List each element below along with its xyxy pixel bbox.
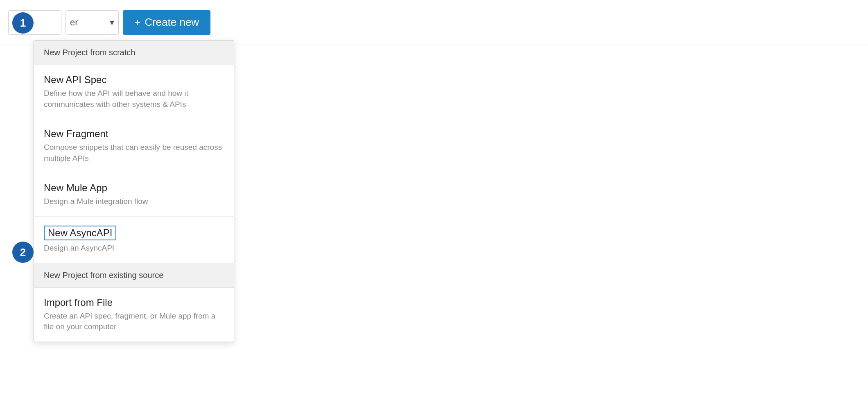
section1-header: New Project from scratch <box>34 41 234 65</box>
menu-item-import-from-file[interactable]: Import from File Create an API spec, fra… <box>34 288 234 342</box>
annotation-1: 1 <box>12 12 34 34</box>
menu-item-new-asyncapi-title: New AsyncAPI <box>44 226 116 240</box>
create-new-button[interactable]: + Create new <box>123 10 210 35</box>
create-new-dropdown: New Project from scratch New API Spec De… <box>34 40 234 342</box>
menu-item-new-mule-app-title: New Mule App <box>44 182 224 194</box>
annotation-2: 2 <box>12 242 34 263</box>
menu-item-new-asyncapi-desc: Design an AsyncAPI <box>44 243 224 254</box>
top-bar: er ▾ + Create new <box>0 0 868 45</box>
create-new-label: Create new <box>145 16 199 29</box>
menu-item-new-mule-app[interactable]: New Mule App Design a Mule integration f… <box>34 173 234 217</box>
menu-item-new-fragment-desc: Compose snippets that can easily be reus… <box>44 142 224 164</box>
section2-header: New Project from existing source <box>34 263 234 288</box>
menu-item-new-api-spec-title: New API Spec <box>44 74 224 86</box>
chevron-down-icon: ▾ <box>110 17 114 28</box>
plus-icon: + <box>134 16 140 29</box>
menu-item-new-mule-app-desc: Design a Mule integration flow <box>44 196 224 207</box>
page-container: er ▾ + Create new New Project from scrat… <box>0 0 868 416</box>
menu-item-import-from-file-desc: Create an API spec, fragment, or Mule ap… <box>44 311 224 332</box>
filter-label: er <box>70 17 78 28</box>
menu-item-new-fragment-title: New Fragment <box>44 128 224 140</box>
menu-item-new-api-spec[interactable]: New API Spec Define how the API will beh… <box>34 65 234 119</box>
menu-item-import-from-file-title: Import from File <box>44 297 224 308</box>
filter-dropdown[interactable]: er ▾ <box>66 10 119 35</box>
menu-item-new-asyncapi[interactable]: New AsyncAPI Design an AsyncAPI <box>34 217 234 263</box>
menu-item-new-api-spec-desc: Define how the API will behave and how i… <box>44 88 224 110</box>
menu-item-new-fragment[interactable]: New Fragment Compose snippets that can e… <box>34 119 234 173</box>
